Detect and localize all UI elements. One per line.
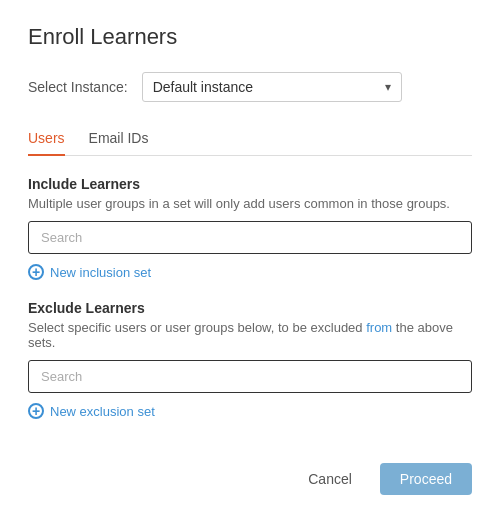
plus-icon: +: [28, 264, 44, 280]
include-section-title: Include Learners: [28, 176, 472, 192]
modal-title: Enroll Learners: [28, 24, 472, 50]
new-exclusion-set-label: New exclusion set: [50, 404, 155, 419]
exclude-learners-section: Exclude Learners Select specific users o…: [28, 300, 472, 439]
include-section-description: Multiple user groups in a set will only …: [28, 196, 472, 211]
instance-dropdown[interactable]: Default instance ▾: [142, 72, 402, 102]
include-search-input[interactable]: [28, 221, 472, 254]
plus-icon: +: [28, 403, 44, 419]
enroll-learners-modal: Enroll Learners Select Instance: Default…: [0, 0, 500, 506]
exclude-desc-prefix: Select specific users or user groups bel…: [28, 320, 366, 335]
exclude-section-title: Exclude Learners: [28, 300, 472, 316]
cancel-button[interactable]: Cancel: [292, 463, 368, 495]
chevron-down-icon: ▾: [385, 80, 391, 94]
exclude-desc-highlight: from: [366, 320, 392, 335]
tab-email-ids[interactable]: Email IDs: [89, 122, 149, 156]
select-instance-label: Select Instance:: [28, 79, 128, 95]
exclude-section-description: Select specific users or user groups bel…: [28, 320, 472, 350]
new-inclusion-set-label: New inclusion set: [50, 265, 151, 280]
modal-footer: Cancel Proceed: [28, 439, 472, 495]
new-inclusion-set-button[interactable]: + New inclusion set: [28, 264, 472, 280]
exclude-search-input[interactable]: [28, 360, 472, 393]
select-instance-row: Select Instance: Default instance ▾: [28, 72, 472, 102]
include-learners-section: Include Learners Multiple user groups in…: [28, 176, 472, 300]
proceed-button[interactable]: Proceed: [380, 463, 472, 495]
tabs-row: Users Email IDs: [28, 122, 472, 156]
new-exclusion-set-button[interactable]: + New exclusion set: [28, 403, 472, 419]
instance-dropdown-value: Default instance: [153, 79, 253, 95]
tab-users[interactable]: Users: [28, 122, 65, 156]
